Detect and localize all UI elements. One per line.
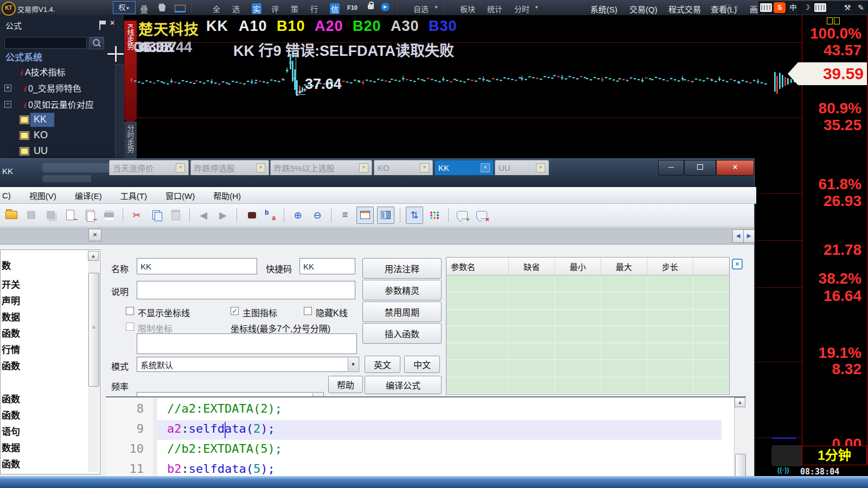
limit-coord-checkbox[interactable] xyxy=(126,323,134,331)
tool-xuan[interactable]: 选 xyxy=(232,3,240,14)
tab-close-icon[interactable]: × xyxy=(536,163,545,172)
rights-adjust-button[interactable]: 权▼ xyxy=(113,1,136,14)
delete-docs-button[interactable]: − xyxy=(81,207,98,223)
tool-fenshi[interactable]: 分时 xyxy=(514,3,529,14)
menu-compile[interactable]: 编译(E) xyxy=(75,190,102,201)
tool-f10[interactable]: F10 xyxy=(347,4,358,11)
menu-trade[interactable]: 交易(Q) xyxy=(629,3,658,15)
ruler-tool-icon[interactable] xyxy=(175,5,186,12)
tab-close-icon[interactable]: × xyxy=(359,163,368,172)
back-button[interactable]: ◀ xyxy=(195,207,212,223)
play-icon[interactable]: ▶ xyxy=(381,3,390,11)
list-item[interactable]: 函数 xyxy=(2,408,20,421)
window-view-button[interactable] xyxy=(356,207,374,224)
insert-function-button[interactable]: 插入函数 xyxy=(362,323,442,344)
tab-limit-down-select[interactable]: 昨跌停选股× xyxy=(190,160,269,175)
coordinate-lines-textarea[interactable] xyxy=(137,333,357,354)
period-selector[interactable]: 1分钟 xyxy=(802,446,867,465)
print-button[interactable] xyxy=(101,207,117,223)
list-item[interactable]: 函数 xyxy=(2,473,20,474)
table-row[interactable] xyxy=(446,275,729,292)
list-item[interactable]: 行情 xyxy=(2,342,20,356)
code-editor[interactable]: 8 9 10 11 //a2:EXTDATA(2); a2:selfdata(2… xyxy=(106,396,746,477)
collapse-icon[interactable]: − xyxy=(4,101,11,108)
table-row[interactable] xyxy=(446,310,729,326)
paste-button[interactable] xyxy=(168,207,184,223)
list-item[interactable]: 函数 xyxy=(2,457,20,470)
detail-view-button[interactable] xyxy=(377,207,394,224)
list-item[interactable]: 函数 xyxy=(2,391,20,405)
zoom-in-button[interactable]: ⊕ xyxy=(290,207,306,223)
panel-scrollbar[interactable] xyxy=(115,64,124,160)
main-chart-checkbox[interactable]: ✓ xyxy=(231,307,239,315)
palette-button[interactable] xyxy=(426,207,443,223)
ime-softkeyboard-icon[interactable] xyxy=(814,3,826,12)
menu-file-partial[interactable]: C) xyxy=(2,191,11,200)
tab-close-icon[interactable]: × xyxy=(420,163,429,172)
menu-view[interactable]: 视图(V) xyxy=(29,190,56,201)
sogou-icon[interactable]: S xyxy=(774,2,786,13)
tab-kk-active[interactable]: KK× xyxy=(435,160,494,175)
tool-xin[interactable]: 信 xyxy=(330,3,340,14)
table-row[interactable] xyxy=(446,326,729,343)
ime-chinese-mode-icon[interactable]: 中 xyxy=(787,2,799,13)
ghost-restore-icon[interactable]: ❏ xyxy=(725,3,731,10)
tree-node-trader-special[interactable]: i 0_交易师特色 xyxy=(24,81,81,94)
description-input[interactable] xyxy=(137,281,355,299)
compile-formula-button[interactable]: 编译公式 xyxy=(365,376,442,394)
ime-keyboard-strip-icon[interactable] xyxy=(760,3,772,12)
tool-quan[interactable]: 全 xyxy=(213,3,220,14)
scroll-up-icon[interactable]: ▲ xyxy=(88,251,99,261)
tab-close-icon[interactable]: × xyxy=(481,163,490,172)
tree-node-indicators[interactable]: i A技术指标 xyxy=(21,65,66,78)
dialog-maximize-button[interactable] xyxy=(684,160,716,176)
menu-help[interactable]: 帮助(H) xyxy=(213,190,241,201)
open-button[interactable] xyxy=(3,207,20,223)
list-item[interactable]: 函数 xyxy=(2,358,20,372)
list-item[interactable]: 数据 xyxy=(2,310,20,323)
pin-icon[interactable] xyxy=(99,21,106,30)
table-row[interactable] xyxy=(446,377,729,394)
copy-button[interactable] xyxy=(148,207,164,223)
comment-add-button[interactable]: + xyxy=(454,207,470,223)
tool-zixuan[interactable]: 自选 xyxy=(413,3,429,14)
list-item[interactable]: 开关 xyxy=(2,277,20,291)
list-item[interactable]: 函数 xyxy=(2,326,20,339)
help-button[interactable]: 帮助 xyxy=(328,376,363,393)
list-scrollbar[interactable]: ▲ ≡ xyxy=(88,251,99,472)
tree-node-lingruyu[interactable]: i 0灵如云量价对应 xyxy=(24,98,94,111)
menu-view[interactable]: 查看(L) xyxy=(711,3,737,15)
forward-button[interactable]: ▶ xyxy=(215,207,231,223)
ime-halfmoon-icon[interactable]: ☽ xyxy=(801,2,813,13)
tab-scroll-right-button[interactable]: ▶ xyxy=(743,229,755,243)
param-wizard-button[interactable]: 参数精灵 xyxy=(362,280,442,300)
tab-scroll-left-button[interactable]: ◀ xyxy=(732,229,744,243)
ime-wrench-icon[interactable]: ⚒ xyxy=(841,2,853,13)
disable-period-button[interactable]: 禁用周期 xyxy=(362,301,442,322)
tool-ping[interactable]: 评 xyxy=(271,3,279,14)
tab-close-icon[interactable]: × xyxy=(256,163,265,172)
tree-item-uu[interactable]: UU xyxy=(34,145,48,157)
menu-tools[interactable]: 工具(T) xyxy=(120,190,147,201)
expand-icon[interactable]: + xyxy=(4,85,11,92)
tool-ce[interactable]: 策 xyxy=(291,3,298,14)
name-input[interactable]: KK xyxy=(137,258,257,274)
table-row[interactable] xyxy=(446,292,729,309)
tree-item-kk[interactable]: KK xyxy=(34,114,47,125)
menu-window[interactable]: 窗口(W) xyxy=(165,190,195,201)
scroll-thumb[interactable]: ≡ xyxy=(88,273,99,387)
table-row[interactable] xyxy=(446,360,729,377)
save-button[interactable] xyxy=(23,207,39,223)
formula-search-input[interactable] xyxy=(4,37,87,49)
table-close-button[interactable]: × xyxy=(732,259,743,269)
menu-draw[interactable]: 画 xyxy=(750,3,758,15)
english-button[interactable]: 英文 xyxy=(365,356,400,373)
tab-uu[interactable]: UU× xyxy=(495,160,549,175)
sort-updown-button[interactable]: ⇅ xyxy=(406,207,423,224)
search-button[interactable] xyxy=(89,37,104,49)
editor-scrollbar[interactable]: ▲ xyxy=(734,397,746,477)
mode-select[interactable]: 系统默认▼ xyxy=(137,357,359,372)
menu-program-trade[interactable]: 程式交易 xyxy=(668,3,701,15)
list-item[interactable]: 数据 xyxy=(2,440,20,454)
chinese-button[interactable]: 中文 xyxy=(404,356,440,373)
